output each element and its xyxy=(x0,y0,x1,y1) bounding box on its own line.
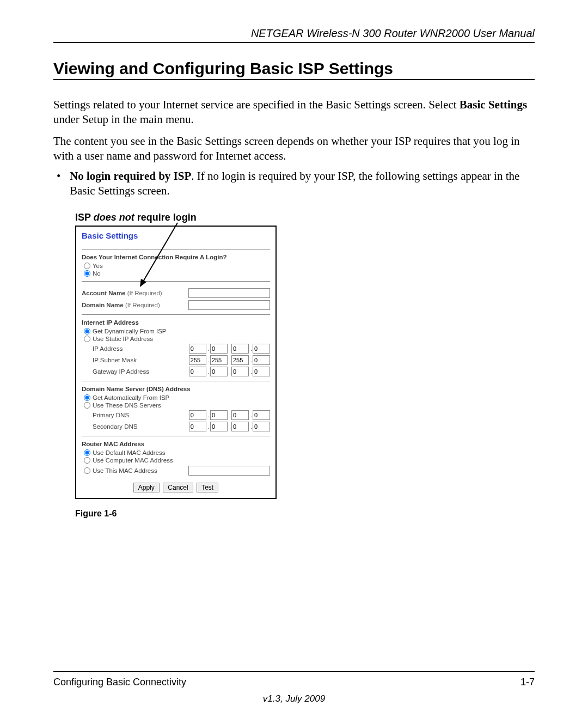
section-heading: Viewing and Configuring Basic ISP Settin… xyxy=(53,59,535,80)
footer-version: v1.3, July 2009 xyxy=(53,693,535,704)
footer-page: 1-7 xyxy=(520,677,535,688)
radio-ip-static[interactable] xyxy=(84,336,90,342)
subnet-oct-1[interactable] xyxy=(189,355,206,365)
account-name-input[interactable] xyxy=(188,288,270,298)
header-rule xyxy=(53,42,535,43)
gw-oct-2[interactable] xyxy=(210,367,228,376)
radio-dns-auto-label: Get Automatically From ISP xyxy=(93,394,169,401)
radio-no-row[interactable]: No xyxy=(84,270,270,277)
radio-mac-computer-label: Use Computer MAC Address xyxy=(93,457,173,464)
ip-section-title: Internet IP Address xyxy=(82,319,270,326)
figure-caption: Figure 1-6 xyxy=(75,509,277,519)
radio-mac-computer[interactable] xyxy=(84,457,90,464)
domain-name-note: (If Required) xyxy=(125,302,160,308)
test-button[interactable]: Test xyxy=(197,483,218,492)
gw-oct-3[interactable] xyxy=(231,367,249,376)
pdns-oct-3[interactable] xyxy=(231,410,249,420)
running-header: NETGEAR Wireless-N 300 Router WNR2000 Us… xyxy=(53,27,535,40)
screenshot-container: Basic Settings Does Your Internet Connec… xyxy=(75,226,277,519)
bullet-bold: No login required by ISP xyxy=(70,169,191,182)
radio-no-label: No xyxy=(93,270,101,277)
subnet-oct-3[interactable] xyxy=(231,355,249,365)
radio-mac-computer-row[interactable]: Use Computer MAC Address xyxy=(84,457,270,464)
ip-oct-2[interactable] xyxy=(210,344,228,354)
callout-pre: ISP xyxy=(75,212,94,223)
radio-yes[interactable] xyxy=(84,263,90,269)
radio-ip-static-label: Use Static IP Address xyxy=(93,336,153,342)
ip-section: Internet IP Address Get Dynamically From… xyxy=(82,314,270,376)
subnet-oct-2[interactable] xyxy=(210,355,228,365)
panel-title: Basic Settings xyxy=(82,231,270,240)
sdns-oct-1[interactable] xyxy=(189,422,206,431)
dns-section-title: Domain Name Server (DNS) Address xyxy=(82,386,270,392)
account-name-note: (If Required) xyxy=(127,290,162,296)
intro-paragraph-1: Settings related to your Internet servic… xyxy=(53,98,535,127)
sdns-oct-2[interactable] xyxy=(210,422,228,431)
mac-section-title: Router MAC Address xyxy=(82,441,270,447)
pdns-oct-2[interactable] xyxy=(210,410,228,420)
bullet-no-login: No login required by ISP. If no login is… xyxy=(53,169,535,199)
ip-oct-4[interactable] xyxy=(253,344,270,354)
gw-oct-4[interactable] xyxy=(253,367,270,376)
footer-chapter: Configuring Basic Connectivity xyxy=(53,677,186,688)
para1-text-a: Settings related to your Internet servic… xyxy=(53,98,460,111)
gw-oct-1[interactable] xyxy=(189,367,206,376)
radio-ip-dyn-label: Get Dynamically From ISP xyxy=(93,328,166,334)
callout-post: require login xyxy=(134,212,197,223)
radio-mac-this[interactable] xyxy=(84,467,90,474)
radio-ip-dyn[interactable] xyxy=(84,328,90,334)
ip-address-label: IP Address xyxy=(93,345,189,352)
login-section: Does Your Internet Connection Require A … xyxy=(82,249,270,277)
radio-no[interactable] xyxy=(84,270,90,277)
pdns-oct-1[interactable] xyxy=(189,410,206,420)
radio-dns-use-row[interactable]: Use These DNS Servers xyxy=(84,402,270,409)
subnet-label: IP Subnet Mask xyxy=(93,357,189,363)
secondary-dns-label: Secondary DNS xyxy=(93,423,189,430)
radio-mac-this-row[interactable]: Use This MAC Address xyxy=(84,467,188,474)
intro-paragraph-2: The content you see in the Basic Setting… xyxy=(53,134,535,164)
sdns-oct-3[interactable] xyxy=(231,422,249,431)
radio-yes-row[interactable]: Yes xyxy=(84,263,270,269)
ip-oct-3[interactable] xyxy=(231,344,249,354)
radio-dns-use-label: Use These DNS Servers xyxy=(93,402,161,409)
pdns-oct-4[interactable] xyxy=(253,410,270,420)
radio-dns-use[interactable] xyxy=(84,402,90,409)
primary-dns-label: Primary DNS xyxy=(93,412,189,418)
radio-yes-label: Yes xyxy=(93,263,103,269)
login-question: Does Your Internet Connection Require A … xyxy=(82,254,270,260)
radio-ip-static-row[interactable]: Use Static IP Address xyxy=(84,336,270,342)
button-row: Apply Cancel Test xyxy=(82,482,270,492)
account-name-label: Account Name xyxy=(82,290,126,296)
sdns-oct-4[interactable] xyxy=(253,422,270,431)
radio-mac-default-row[interactable]: Use Default MAC Address xyxy=(84,449,270,456)
subnet-oct-4[interactable] xyxy=(253,355,270,365)
domain-name-label: Domain Name xyxy=(82,302,124,308)
mac-section: Router MAC Address Use Default MAC Addre… xyxy=(82,436,270,476)
radio-dns-auto[interactable] xyxy=(84,394,90,401)
domain-name-input[interactable] xyxy=(188,300,270,310)
ip-oct-1[interactable] xyxy=(189,344,206,354)
dns-section: Domain Name Server (DNS) Address Get Aut… xyxy=(82,381,270,431)
radio-dns-auto-row[interactable]: Get Automatically From ISP xyxy=(84,394,270,401)
account-section: Account Name (If Required) Domain Name (… xyxy=(82,281,270,310)
para1-bold: Basic Settings xyxy=(460,98,527,111)
radio-mac-default[interactable] xyxy=(84,449,90,456)
cancel-button[interactable]: Cancel xyxy=(163,483,193,492)
radio-mac-default-label: Use Default MAC Address xyxy=(93,449,166,456)
mac-address-input[interactable] xyxy=(188,466,270,476)
gateway-label: Gateway IP Address xyxy=(93,368,189,375)
footer-rule xyxy=(53,671,535,672)
callout-label: ISP does not require login xyxy=(75,212,535,223)
basic-settings-screenshot: Basic Settings Does Your Internet Connec… xyxy=(75,226,277,499)
callout-em: does not xyxy=(94,212,134,223)
radio-mac-this-label: Use This MAC Address xyxy=(93,467,157,474)
para1-text-c: under Setup in the main menu. xyxy=(53,113,194,126)
apply-button[interactable]: Apply xyxy=(133,483,160,492)
radio-ip-dyn-row[interactable]: Get Dynamically From ISP xyxy=(84,328,270,334)
